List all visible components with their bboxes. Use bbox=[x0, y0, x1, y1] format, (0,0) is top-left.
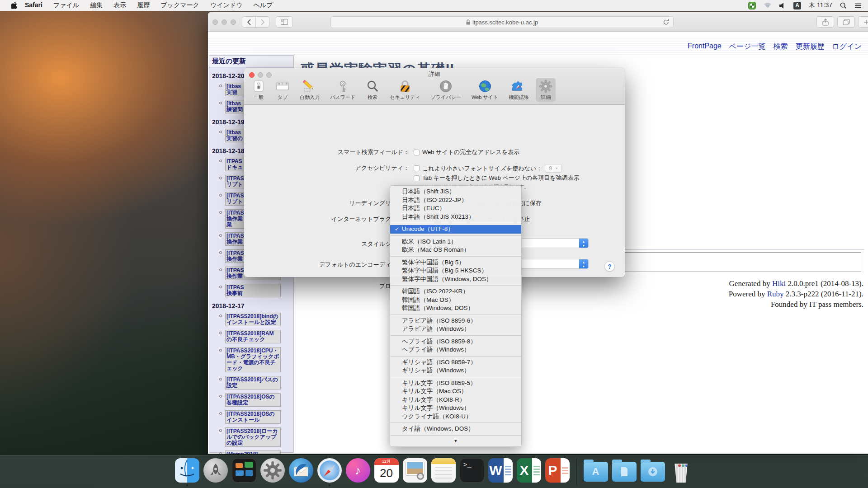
menu-item-16[interactable]: ヘブライ語（Windows） bbox=[390, 346, 521, 354]
app-status-icon[interactable] bbox=[748, 2, 756, 9]
prefs-tab-websites[interactable]: Web サイト bbox=[468, 78, 501, 102]
menu-item-18[interactable]: ギリシャ語（Windows） bbox=[390, 366, 521, 375]
menu-item-8[interactable]: 繁体字中国語（Big 5 HKSCS） bbox=[390, 267, 521, 275]
menu-item-17[interactable]: ギリシャ語（ISO 8859-7） bbox=[390, 358, 521, 367]
new-tab-button[interactable] bbox=[858, 16, 868, 28]
menu-1[interactable]: ファイル bbox=[48, 1, 85, 9]
reload-icon[interactable] bbox=[663, 19, 669, 25]
nav-link-0[interactable]: FrontPage bbox=[688, 42, 722, 52]
sidebar-page-link[interactable]: [ITPASS2018]パスの設定 bbox=[225, 376, 281, 389]
dock-terminal-icon[interactable]: >_ bbox=[460, 458, 484, 483]
prefs-tab-tabs[interactable]: タブ bbox=[273, 78, 292, 102]
menu-item-15[interactable]: ヘブライ語（ISO 8859-8） bbox=[390, 338, 521, 346]
address-bar[interactable]: itpass.scitec.kobe-u.ac.jp bbox=[330, 16, 674, 28]
menu-item-19[interactable]: キリル文字（ISO 8859-5） bbox=[390, 379, 521, 388]
menu-item-22[interactable]: キリル文字（Windows） bbox=[390, 404, 521, 413]
dock-downloads-folder-icon[interactable] bbox=[641, 458, 665, 483]
zoom-window-button[interactable] bbox=[231, 19, 236, 25]
dock-mission-control-icon[interactable] bbox=[232, 458, 256, 483]
menu-item-13[interactable]: アラビア語（ISO 8859-6） bbox=[390, 317, 521, 325]
nav-link-2[interactable]: 検索 bbox=[774, 42, 788, 52]
menu-app[interactable]: Safari bbox=[19, 1, 48, 9]
nav-link-1[interactable]: ページ一覧 bbox=[729, 42, 766, 52]
menu-7[interactable]: ヘルプ bbox=[248, 1, 278, 9]
menu-item-4[interactable]: ✓Unicode（UTF-8） bbox=[390, 225, 521, 234]
menu-item-0[interactable]: 日本語（Shift JIS） bbox=[390, 188, 521, 196]
menu-6[interactable]: ウインドウ bbox=[205, 1, 248, 9]
apple-menu-icon[interactable] bbox=[8, 2, 19, 9]
menu-item-10[interactable]: 韓国語（ISO 2022-KR） bbox=[390, 287, 521, 296]
sidebar-page-link[interactable]: [ITPASS2018]OSの各種設定 bbox=[225, 393, 281, 407]
prefs-tab-extensions[interactable]: 機能拡張 bbox=[505, 78, 532, 102]
dock-applications-folder-icon[interactable]: A bbox=[584, 458, 608, 483]
nav-link-3[interactable]: 更新履歴 bbox=[796, 42, 825, 52]
menu-5[interactable]: ブックマーク bbox=[155, 1, 205, 9]
notification-center-icon[interactable] bbox=[854, 3, 862, 9]
sidebar-page-link[interactable]: [ITPASS2018]bindのインストールと設定 bbox=[225, 313, 281, 326]
dock-notes-icon[interactable] bbox=[431, 458, 456, 483]
min-font-size-checkbox[interactable] bbox=[414, 165, 420, 171]
menu-2[interactable]: 編集 bbox=[85, 1, 108, 9]
nav-link-4[interactable]: ログイン bbox=[832, 42, 862, 52]
sidebar-page-link[interactable]: [ITPASS2018]ローカルでのバックアップの設定 bbox=[225, 427, 281, 447]
share-button[interactable] bbox=[816, 16, 834, 28]
prefs-tab-security[interactable]: セキュリティ bbox=[387, 78, 424, 102]
dock-word-icon[interactable]: W bbox=[488, 458, 513, 483]
prefs-tab-passwords[interactable]: パスワード bbox=[327, 78, 359, 102]
menu-item-14[interactable]: アラビア語（Windows） bbox=[390, 325, 521, 333]
footer-link[interactable]: Ruby bbox=[767, 290, 784, 298]
dock-thunderbird-icon[interactable] bbox=[289, 458, 313, 483]
prefs-tab-advanced[interactable]: 詳細 bbox=[536, 78, 556, 102]
dock-safari-icon[interactable] bbox=[317, 458, 342, 483]
dock-launchpad-icon[interactable] bbox=[203, 458, 228, 483]
back-button[interactable] bbox=[242, 16, 256, 28]
menu-item-1[interactable]: 日本語（ISO 2022-JP） bbox=[390, 196, 521, 205]
prefs-tab-search[interactable]: 検索 bbox=[363, 78, 382, 102]
menu-scroll-down-icon[interactable]: ▼ bbox=[390, 437, 521, 445]
dock-trash-icon[interactable] bbox=[669, 458, 693, 483]
sidebar-page-link[interactable]: [ITPASS2018]CPU・MB・グラフィックボード・電源の不良チェック bbox=[225, 347, 281, 372]
forward-button[interactable] bbox=[255, 16, 269, 28]
dock-powerpoint-icon[interactable]: P bbox=[545, 458, 570, 483]
volume-icon[interactable] bbox=[779, 3, 786, 9]
menu-item-2[interactable]: 日本語（EUC） bbox=[390, 204, 521, 213]
menu-item-11[interactable]: 韓国語（Mac OS） bbox=[390, 296, 521, 305]
sidebar-page-link[interactable]: [ITPASS2018]OSのインストール bbox=[225, 410, 281, 424]
spotlight-icon[interactable] bbox=[840, 2, 847, 9]
menu-item-7[interactable]: 繁体字中国語（Big 5） bbox=[390, 258, 521, 267]
menu-item-12[interactable]: 韓国語（Windows, DOS） bbox=[390, 304, 521, 313]
sidebar-page-link[interactable]: [Memo2018][ITPASS]サーバ交換作業 (tako) bbox=[225, 450, 281, 454]
prefs-tab-autofill[interactable]: 自動入力 bbox=[297, 78, 323, 102]
help-button[interactable]: ? bbox=[604, 261, 615, 272]
close-window-button[interactable] bbox=[212, 19, 218, 25]
dock-calendar-icon[interactable]: 12月20 bbox=[374, 458, 399, 483]
menu-item-21[interactable]: キリル文字（KOI8-R） bbox=[390, 396, 521, 404]
prefs-tab-privacy[interactable]: プライバシー bbox=[428, 78, 464, 102]
dock-system-preferences-icon[interactable] bbox=[260, 458, 285, 483]
menu-item-9[interactable]: 繁体字中国語（Windows, DOS） bbox=[390, 275, 521, 284]
sidebar-toggle-button[interactable] bbox=[276, 16, 293, 28]
footer-link[interactable]: Hiki bbox=[772, 279, 786, 288]
wifi-icon[interactable] bbox=[764, 2, 772, 9]
dock-itunes-icon[interactable]: ♪ bbox=[346, 458, 370, 483]
dock-finder-icon[interactable] bbox=[175, 458, 199, 483]
dock-excel-icon[interactable]: X bbox=[517, 458, 541, 483]
menu-item-6[interactable]: 欧米（Mac OS Roman） bbox=[390, 246, 521, 254]
menu-item-5[interactable]: 欧米（ISO Latin 1） bbox=[390, 238, 521, 246]
sidebar-page-link[interactable]: [ITPASS2018]RAM の不良チェック bbox=[225, 330, 281, 343]
dock-documents-folder-icon[interactable] bbox=[612, 458, 637, 483]
font-size-select[interactable]: 9▾ bbox=[545, 164, 562, 173]
dock-preview-icon[interactable] bbox=[403, 458, 427, 483]
tab-overview-button[interactable] bbox=[837, 16, 855, 28]
minimize-window-button[interactable] bbox=[222, 19, 227, 25]
menu-item-23[interactable]: ウクライナ語（KOI8-U） bbox=[390, 413, 521, 421]
menu-item-24[interactable]: タイ語（Windows, DOS） bbox=[390, 425, 521, 433]
tab-highlight-checkbox[interactable] bbox=[414, 175, 420, 181]
menu-3[interactable]: 表示 bbox=[108, 1, 132, 9]
smart-search-checkbox[interactable] bbox=[414, 150, 420, 155]
menu-item-3[interactable]: 日本語（Shift JIS X0213） bbox=[390, 213, 521, 221]
menu-item-20[interactable]: キリル文字（Mac OS） bbox=[390, 387, 521, 396]
prefs-tab-general[interactable]: 一般 bbox=[249, 78, 269, 102]
menu-4[interactable]: 履歴 bbox=[132, 1, 155, 9]
menubar-clock[interactable]: 木 11:37 bbox=[809, 1, 832, 9]
